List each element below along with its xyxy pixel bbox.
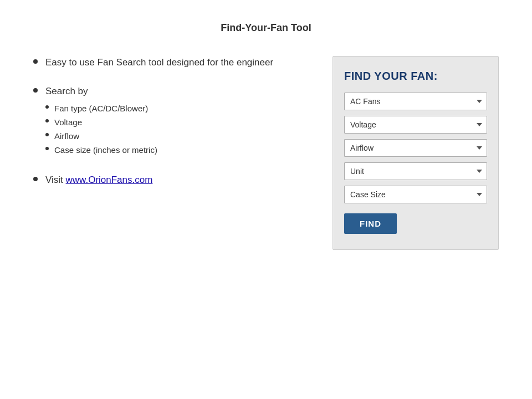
sub-list-text-4: Case size (inches or metric)	[54, 144, 157, 156]
airflow-dropdown[interactable]: Airflow Low Medium High	[344, 139, 487, 157]
bullet-content-2: Search by Fan type (AC/DC/Blower) Voltag…	[45, 85, 157, 158]
unit-dropdown[interactable]: Unit Inches Metric	[344, 162, 487, 180]
sub-list-item-3: Airflow	[45, 130, 157, 142]
left-panel: Easy to use Fan Search tool designed for…	[33, 56, 310, 250]
sub-bullet-dot-1	[45, 105, 49, 109]
bullet-dot-2	[33, 88, 38, 93]
list-item-3: Visit www.OrionFans.com	[33, 173, 310, 187]
bullet-dot-3	[33, 177, 38, 181]
sub-list-text-1: Fan type (AC/DC/Blower)	[54, 103, 148, 114]
case-size-dropdown[interactable]: Case Size 60mm 80mm 92mm 120mm	[344, 186, 487, 203]
sub-list-item-2: Voltage	[45, 116, 157, 128]
sub-bullet-dot-2	[45, 119, 49, 122]
sub-bullet-dot-4	[45, 147, 49, 150]
fan-finder-box: FIND YOUR FAN: AC Fans DC Fans Blower Vo…	[332, 56, 499, 250]
visit-prefix: Visit	[45, 175, 66, 185]
fan-type-dropdown[interactable]: AC Fans DC Fans Blower	[344, 93, 487, 110]
sub-list-text-3: Airflow	[54, 130, 79, 142]
bullet-text-3: Visit www.OrionFans.com	[45, 173, 152, 187]
sub-list-text-2: Voltage	[54, 116, 82, 128]
bullet-list: Easy to use Fan Search tool designed for…	[33, 56, 310, 186]
bullet-dot-1	[33, 59, 38, 64]
bullet-text-2: Search by	[45, 86, 88, 96]
page-title: Find-Your-Fan Tool	[221, 22, 311, 34]
sub-list-item-1: Fan type (AC/DC/Blower)	[45, 103, 157, 114]
sub-list-2: Fan type (AC/DC/Blower) Voltage Airflow	[45, 103, 157, 156]
bullet-text-1: Easy to use Fan Search tool designed for…	[45, 56, 273, 69]
find-button[interactable]: FIND	[344, 213, 397, 234]
voltage-dropdown[interactable]: Voltage 12V 24V 48V 115V 230V	[344, 116, 487, 134]
right-panel: FIND YOUR FAN: AC Fans DC Fans Blower Vo…	[332, 56, 499, 250]
page-container: Find-Your-Fan Tool Easy to use Fan Searc…	[0, 0, 532, 399]
list-item-1: Easy to use Fan Search tool designed for…	[33, 56, 310, 69]
sub-list-item-4: Case size (inches or metric)	[45, 144, 157, 156]
content-area: Easy to use Fan Search tool designed for…	[33, 56, 499, 250]
list-item-2: Search by Fan type (AC/DC/Blower) Voltag…	[33, 85, 310, 158]
sub-bullet-dot-3	[45, 133, 49, 136]
fan-finder-title: FIND YOUR FAN:	[344, 70, 487, 83]
orion-fans-link[interactable]: www.OrionFans.com	[66, 175, 153, 185]
